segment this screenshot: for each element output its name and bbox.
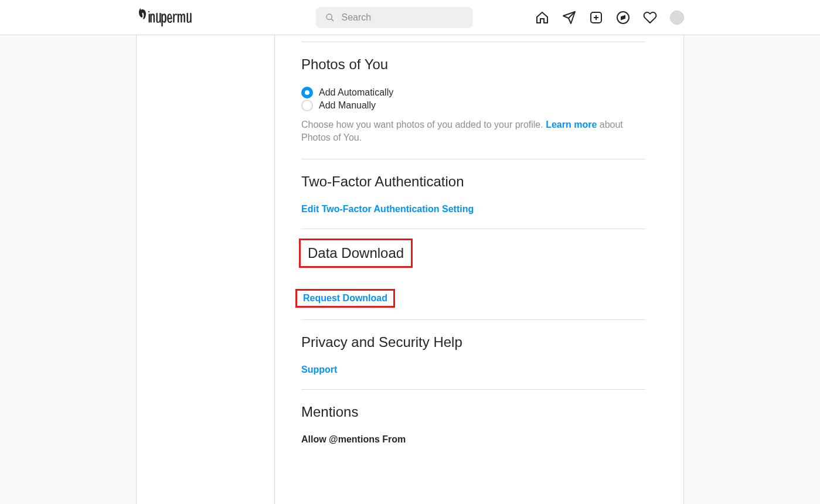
radio-unchecked-icon bbox=[301, 100, 313, 111]
photos-of-you-section: Photos of You Add Automatically Add Manu… bbox=[301, 42, 645, 159]
new-post-icon[interactable] bbox=[589, 11, 603, 25]
data-download-section: Data Download Request Download bbox=[301, 229, 645, 320]
top-nav-inner bbox=[124, 0, 696, 35]
highlight-box-heading: Data Download bbox=[299, 239, 413, 268]
radio-label-manual: Add Manually bbox=[319, 100, 376, 111]
section-divider bbox=[301, 35, 645, 42]
edit-two-factor-link[interactable]: Edit Two-Factor Authentication Setting bbox=[301, 204, 474, 214]
search-icon bbox=[325, 13, 335, 22]
search-box[interactable] bbox=[316, 7, 473, 28]
instagram-logo-icon bbox=[136, 6, 196, 27]
settings-content: Photos of You Add Automatically Add Manu… bbox=[275, 35, 683, 504]
learn-more-link[interactable]: Learn more bbox=[546, 120, 597, 130]
settings-page: Photos of You Add Automatically Add Manu… bbox=[136, 35, 684, 504]
highlight-box-link: Request Download bbox=[295, 289, 395, 308]
radio-add-automatically[interactable]: Add Automatically bbox=[301, 87, 645, 98]
radio-label-auto: Add Automatically bbox=[319, 87, 393, 98]
svg-marker-7 bbox=[621, 16, 625, 19]
mentions-subhead: Allow @mentions From bbox=[301, 434, 645, 445]
home-icon[interactable] bbox=[535, 11, 549, 25]
mentions-section: Mentions Allow @mentions From bbox=[301, 390, 645, 459]
privacy-help-section: Privacy and Security Help Support bbox=[301, 320, 645, 390]
two-factor-heading: Two-Factor Authentication bbox=[301, 173, 645, 190]
profile-avatar[interactable] bbox=[670, 11, 684, 25]
settings-sidebar bbox=[137, 35, 275, 504]
nav-icons bbox=[535, 11, 684, 25]
support-link[interactable]: Support bbox=[301, 365, 337, 374]
search-input[interactable] bbox=[342, 12, 464, 23]
activity-icon[interactable] bbox=[643, 11, 657, 25]
svg-point-0 bbox=[326, 14, 332, 19]
messages-icon[interactable] bbox=[562, 11, 576, 25]
radio-add-manually[interactable]: Add Manually bbox=[301, 100, 645, 111]
hint-prefix: Choose how you want photos of you added … bbox=[301, 120, 546, 130]
two-factor-section: Two-Factor Authentication Edit Two-Facto… bbox=[301, 159, 645, 229]
mentions-heading: Mentions bbox=[301, 404, 645, 420]
explore-icon[interactable] bbox=[616, 11, 630, 25]
photos-of-you-hint: Choose how you want photos of you added … bbox=[301, 118, 645, 145]
privacy-help-heading: Privacy and Security Help bbox=[301, 334, 645, 350]
request-download-link[interactable]: Request Download bbox=[303, 293, 387, 303]
data-download-heading: Data Download bbox=[301, 243, 645, 277]
logo[interactable] bbox=[136, 6, 253, 29]
search-container bbox=[316, 7, 473, 28]
photos-of-you-heading: Photos of You bbox=[301, 56, 645, 73]
svg-line-1 bbox=[331, 19, 334, 21]
radio-checked-icon bbox=[301, 87, 313, 98]
top-nav bbox=[0, 0, 820, 35]
